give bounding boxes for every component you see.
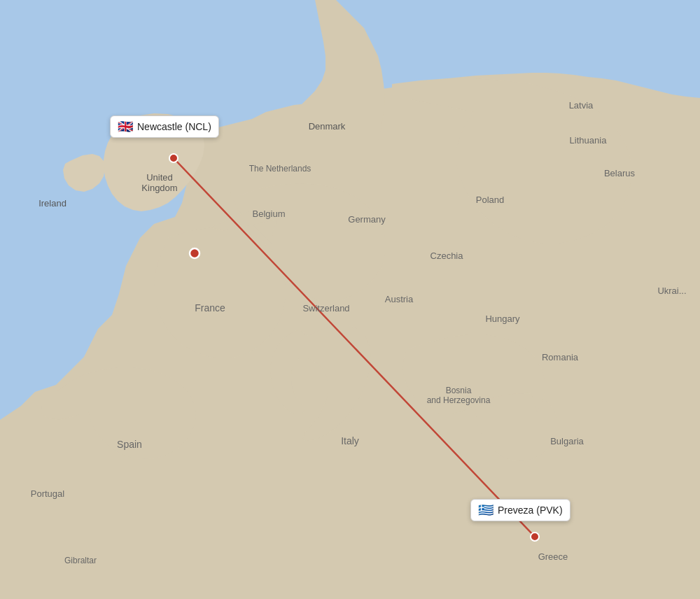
svg-text:Belarus: Belarus — [604, 168, 636, 178]
svg-text:Germany: Germany — [348, 214, 386, 225]
svg-text:Italy: Italy — [341, 435, 359, 446]
svg-text:United: United — [146, 172, 173, 183]
svg-text:The Netherlands: The Netherlands — [249, 164, 312, 174]
origin-airport-label: 🇬🇧 Newcastle (NCL) — [110, 115, 219, 138]
svg-text:Gibraltar: Gibraltar — [64, 556, 97, 565]
origin-flag: 🇬🇧 — [118, 120, 133, 133]
svg-text:Czechia: Czechia — [430, 251, 464, 261]
svg-text:Switzerland: Switzerland — [302, 303, 349, 313]
map-svg: Ireland United Kingdom Denmark Latvia Li… — [0, 0, 700, 599]
svg-text:Austria: Austria — [385, 294, 414, 304]
svg-text:Latvia: Latvia — [569, 100, 594, 111]
svg-text:Bosnia: Bosnia — [446, 386, 472, 395]
svg-text:Romania: Romania — [542, 352, 579, 362]
svg-text:Portugal: Portugal — [31, 488, 65, 499]
origin-airport-name: Newcastle (NCL) — [137, 121, 211, 132]
destination-airport-label: 🇬🇷 Preveza (PVK) — [470, 499, 570, 521]
map-container: Ireland United Kingdom Denmark Latvia Li… — [0, 0, 700, 599]
svg-text:Spain: Spain — [117, 439, 142, 450]
svg-text:Greece: Greece — [538, 551, 568, 562]
destination-airport-name: Preveza (PVK) — [498, 505, 563, 516]
svg-text:Ukrai...: Ukrai... — [657, 286, 686, 296]
svg-text:Bulgaria: Bulgaria — [550, 436, 584, 446]
svg-text:France: France — [195, 302, 225, 313]
destination-flag: 🇬🇷 — [478, 504, 493, 516]
svg-point-3 — [190, 248, 200, 258]
svg-text:Belgium: Belgium — [253, 209, 286, 219]
svg-text:Poland: Poland — [476, 195, 504, 205]
svg-point-4 — [531, 533, 539, 541]
svg-text:Lithuania: Lithuania — [570, 135, 608, 146]
svg-text:Denmark: Denmark — [309, 121, 346, 132]
svg-text:Hungary: Hungary — [485, 313, 520, 324]
svg-point-2 — [169, 154, 178, 162]
svg-text:and Herzegovina: and Herzegovina — [427, 395, 491, 405]
svg-text:Ireland: Ireland — [38, 198, 66, 209]
svg-text:Kingdom: Kingdom — [141, 183, 177, 193]
